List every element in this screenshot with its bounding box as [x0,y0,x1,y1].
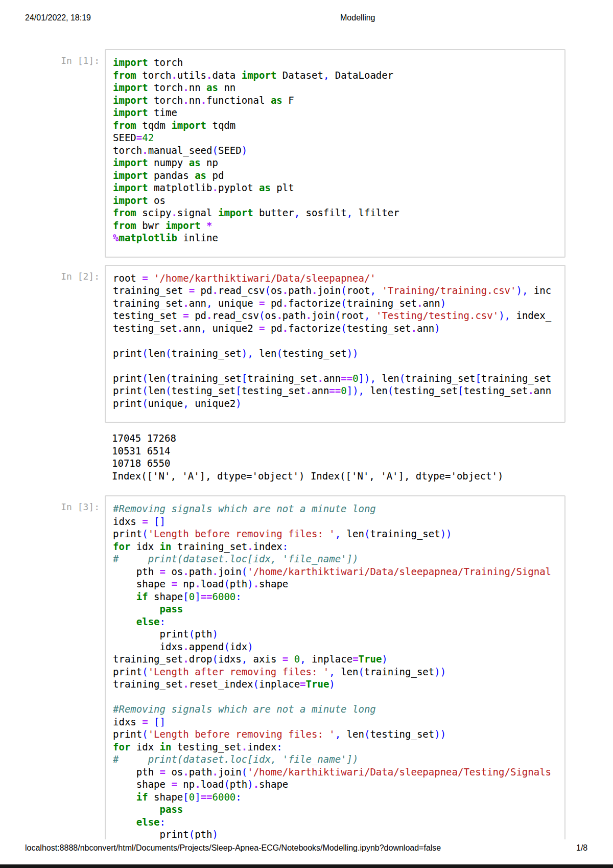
print-footer-page-number: 1/8 [576,843,587,853]
notebook-cells: In [1]:import torch from torch.utils.dat… [0,45,613,839]
cell-prompt: In [3]: [61,501,100,512]
code-text: import torch from torch.utils.data impor… [113,56,557,244]
code-input-area: #Removing signals which are not a minute… [105,495,565,839]
code-cell-1: In [1]:import torch from torch.utils.dat… [105,49,565,258]
code-text: #Removing signals which are not a minute… [113,502,557,839]
print-header-datetime: 24/01/2022, 18:19 [25,13,91,22]
code-cell-2: In [2]:root = '/home/karthiktiwari/Data/… [105,265,565,423]
page-title: Modelling [340,13,375,22]
print-footer-url: localhost:8888/nbconvert/html/Documents/… [25,843,441,853]
cell-prompt: In [2]: [61,271,100,282]
cell-output: 17045 17268 10531 6514 10718 6550 Index(… [112,432,613,482]
code-text: root = '/home/karthiktiwari/Data/sleepap… [113,272,557,410]
nbconvert-page: 24/01/2022, 18:19 Modelling In [1]:impor… [0,0,613,868]
cell-prompt: In [1]: [61,55,100,66]
page-edge-bar [0,864,613,868]
code-input-area: root = '/home/karthiktiwari/Data/sleepap… [105,265,565,423]
code-cell-3: In [3]:#Removing signals which are not a… [105,495,565,839]
code-input-area: import torch from torch.utils.data impor… [105,49,565,258]
